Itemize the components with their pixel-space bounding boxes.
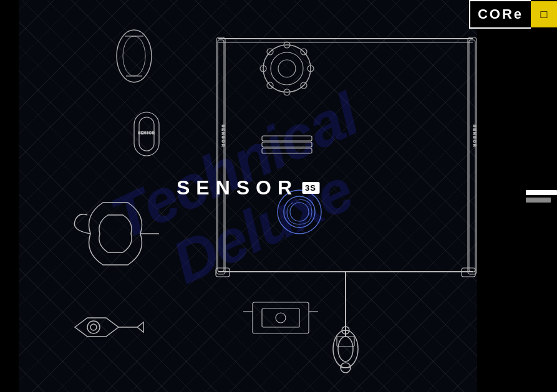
svg-rect-44 — [262, 308, 299, 327]
product-model-badge: 3S — [302, 182, 319, 194]
svg-rect-43 — [253, 302, 309, 333]
side-navigation — [526, 190, 557, 203]
svg-point-49 — [90, 324, 97, 330]
core-logo-icon: □ — [531, 1, 557, 27]
left-strip — [0, 0, 19, 392]
nav-bar-1[interactable] — [526, 190, 557, 195]
svg-rect-39 — [262, 148, 312, 153]
svg-point-42 — [290, 203, 309, 221]
svg-text:SENSOR: SENSOR — [473, 125, 477, 148]
svg-point-45 — [276, 313, 286, 323]
svg-point-5 — [271, 52, 303, 85]
product-name-text: SENSOR — [177, 176, 298, 199]
svg-text:SENSOR: SENSOR — [221, 125, 225, 148]
svg-point-48 — [87, 321, 100, 333]
svg-point-6 — [278, 60, 296, 77]
svg-rect-37 — [262, 136, 312, 141]
svg-point-1 — [123, 36, 145, 76]
svg-rect-16 — [218, 40, 224, 272]
svg-rect-19 — [469, 40, 475, 272]
page-container: TechnicalDeluxe — [0, 0, 557, 392]
svg-text:SENSOR: SENSOR — [138, 131, 155, 135]
svg-point-29 — [338, 337, 353, 361]
right-sidebar: CORe □ — [477, 0, 557, 392]
svg-rect-38 — [262, 142, 312, 147]
blueprint-area: TechnicalDeluxe — [19, 0, 477, 392]
core-logo: CORe □ — [469, 0, 557, 29]
core-logo-text: CORe — [469, 0, 531, 29]
svg-point-0 — [117, 30, 152, 82]
nav-bar-2[interactable] — [526, 198, 551, 203]
brand-name-text: CORe — [478, 6, 523, 22]
logo-area: CORe □ — [477, 0, 557, 29]
svg-point-41 — [284, 196, 315, 227]
product-name-container: SENSOR 3S — [177, 176, 319, 199]
core-icon-symbol: □ — [541, 8, 548, 21]
